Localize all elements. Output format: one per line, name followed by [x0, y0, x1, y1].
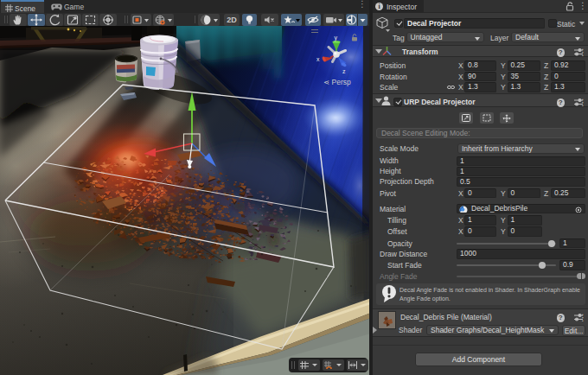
svg-text:z: z: [342, 68, 346, 74]
svg-text:y: y: [335, 35, 338, 41]
svg-text:⋖ Persp: ⋖ Persp: [323, 78, 351, 86]
svg-text:x: x: [316, 56, 320, 62]
